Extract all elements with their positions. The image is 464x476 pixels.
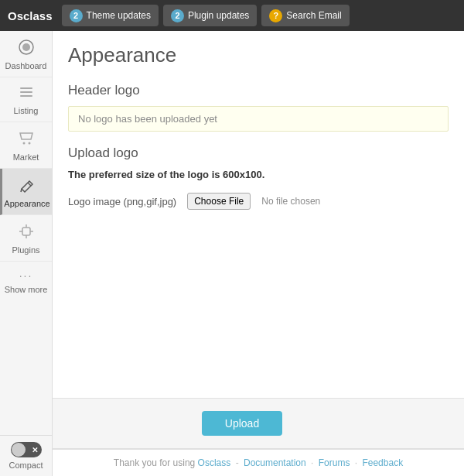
svg-point-5 — [22, 142, 25, 145]
svg-line-8 — [21, 189, 22, 192]
footer-text: Thank you for using — [114, 457, 195, 468]
sidebar-item-appearance[interactable]: Appearance — [0, 169, 52, 215]
svg-line-7 — [28, 183, 31, 186]
upload-button[interactable]: Upload — [202, 411, 282, 436]
compact-label: Compact — [9, 461, 43, 470]
listing-icon — [19, 85, 34, 103]
sidebar-item-plugins-label: Plugins — [12, 245, 39, 255]
page-title: Appearance — [68, 43, 449, 67]
preferred-size-text: The preferred size of the logo is 600x10… — [68, 169, 449, 180]
footer-sep-2: · — [311, 457, 313, 468]
search-email-label: Search Email — [286, 10, 341, 21]
toggle-knob — [12, 443, 26, 457]
footer-sep-3: · — [355, 457, 357, 468]
sidebar-item-appearance-label: Appearance — [4, 199, 49, 208]
footer-sep-1: - — [236, 457, 239, 468]
sidebar-item-show-more[interactable]: ··· Show more — [0, 262, 52, 300]
topbar: Osclass 2 Theme updates 2 Plugin updates… — [0, 0, 464, 31]
no-logo-message: No logo has been uploaded yet — [78, 113, 217, 125]
market-icon — [18, 130, 35, 149]
search-email-button[interactable]: ? Search Email — [261, 5, 349, 26]
show-more-icon: ··· — [19, 269, 33, 282]
sidebar-item-dashboard-label: Dashboard — [5, 61, 47, 70]
svg-rect-3 — [20, 91, 32, 93]
content-area: Appearance Header logo No logo has been … — [53, 31, 464, 398]
upload-action-bar: Upload — [53, 398, 464, 449]
footer-feedback-link[interactable]: Feedback — [362, 457, 403, 468]
sidebar: Dashboard Listing Market Appearance Plug… — [0, 31, 53, 476]
upload-logo-title: Upload logo — [68, 146, 449, 161]
sidebar-item-market[interactable]: Market — [0, 122, 52, 169]
svg-rect-9 — [22, 228, 30, 235]
sidebar-item-listing[interactable]: Listing — [0, 77, 52, 122]
no-logo-alert: No logo has been uploaded yet — [68, 106, 449, 132]
search-email-badge: ? — [269, 9, 282, 22]
main-content: Appearance Header logo No logo has been … — [53, 31, 464, 476]
svg-rect-2 — [20, 87, 32, 89]
no-file-text: No file chosen — [261, 196, 320, 207]
choose-file-button[interactable]: Choose File — [187, 193, 251, 210]
sidebar-item-market-label: Market — [13, 152, 39, 162]
plugins-icon — [18, 223, 35, 242]
theme-updates-label: Theme updates — [87, 10, 151, 21]
sidebar-item-dashboard[interactable]: Dashboard — [0, 31, 52, 77]
footer-documentation-link[interactable]: Documentation — [244, 457, 306, 468]
footer-osclass-link[interactable]: Osclass — [198, 457, 231, 468]
plugin-updates-button[interactable]: 2 Plugin updates — [163, 5, 257, 26]
theme-updates-button[interactable]: 2 Theme updates — [62, 5, 159, 26]
svg-point-6 — [28, 142, 30, 145]
logo-image-label: Logo image (png,gif,jpg) — [68, 196, 176, 207]
appearance-icon — [19, 176, 36, 196]
sidebar-item-plugins[interactable]: Plugins — [0, 215, 52, 262]
svg-rect-4 — [20, 95, 32, 97]
plugin-updates-label: Plugin updates — [188, 10, 249, 21]
dashboard-icon — [18, 39, 35, 58]
toggle-x-icon: ✕ — [32, 446, 38, 454]
file-upload-row: Logo image (png,gif,jpg) Choose File No … — [68, 193, 449, 210]
compact-toggle[interactable]: ✕ — [11, 442, 42, 457]
header-logo-title: Header logo — [68, 83, 449, 98]
footer-forums-link[interactable]: Forums — [319, 457, 350, 468]
theme-updates-badge: 2 — [70, 9, 83, 22]
footer: Thank you for using Osclass - Documentat… — [53, 449, 464, 476]
main-layout: Dashboard Listing Market Appearance Plug… — [0, 31, 464, 476]
compact-area: ✕ Compact — [0, 435, 52, 476]
sidebar-item-show-more-label: Show more — [5, 285, 48, 294]
brand-logo: Osclass — [8, 9, 53, 22]
plugin-updates-badge: 2 — [171, 9, 184, 22]
svg-point-1 — [22, 43, 30, 51]
sidebar-item-listing-label: Listing — [14, 106, 39, 115]
